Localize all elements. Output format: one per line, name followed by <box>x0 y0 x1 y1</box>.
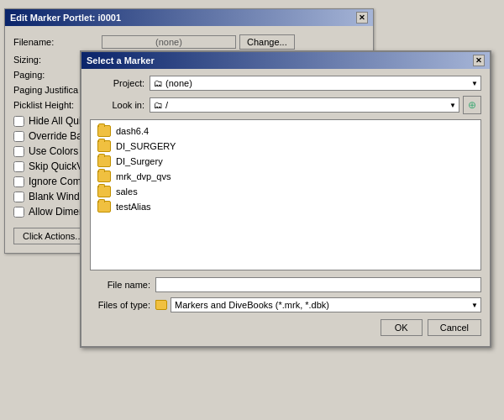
list-item[interactable]: dash6.4 <box>94 123 477 139</box>
filetype-select-wrapper: Markers and DiveBooks (*.mrk, *.dbk) <box>171 297 481 312</box>
look-in-label: Look in: <box>90 100 144 110</box>
allow-dimen-label: Allow Dimen <box>29 206 85 218</box>
bg-window-title: Edit Marker Portlet: i0001 <box>10 13 121 23</box>
folder-icon <box>97 140 111 152</box>
file-name-label: File name: <box>90 280 150 290</box>
file-name-input[interactable] <box>155 277 481 292</box>
select-marker-modal: Select a Marker ✕ Project: 🗂 (none) Look… <box>80 50 491 348</box>
allow-dimen-checkbox[interactable] <box>13 207 24 218</box>
modal-close-button[interactable]: ✕ <box>473 55 485 66</box>
folder-icon <box>97 186 111 197</box>
file-list: dash6.4 DI_SURGERY DI_Surgery mrk_dvp_qv… <box>90 119 481 270</box>
cancel-button[interactable]: Cancel <box>428 319 481 336</box>
modal-titlebar: Select a Marker ✕ <box>81 52 490 69</box>
skip-quickvi-label: Skip QuickVi <box>29 160 86 172</box>
list-item[interactable]: mrk_dvp_qvs <box>94 169 477 184</box>
filetype-select[interactable]: Markers and DiveBooks (*.mrk, *.dbk) <box>171 297 481 312</box>
bg-window-titlebar: Edit Marker Portlet: i0001 ✕ <box>5 9 373 26</box>
bg-window-close-button[interactable]: ✕ <box>356 12 368 24</box>
ok-button[interactable]: OK <box>381 319 423 336</box>
blank-windo-checkbox[interactable] <box>13 192 24 202</box>
folder-icon <box>97 201 111 213</box>
new-folder-button[interactable]: ⊕ <box>463 96 481 114</box>
filetype-folder-icon <box>155 300 167 310</box>
list-item[interactable]: testAlias <box>94 199 477 214</box>
modal-buttons: OK Cancel <box>90 319 481 339</box>
blank-windo-label: Blank Windo <box>29 191 85 202</box>
ignore-com-checkbox[interactable] <box>13 176 24 187</box>
list-item[interactable]: sales <box>94 184 477 199</box>
hide-all-checkbox[interactable] <box>13 116 24 127</box>
list-item[interactable]: DI_Surgery <box>94 154 477 169</box>
look-in-select[interactable]: 🗂 / <box>150 97 459 113</box>
hide-all-label: Hide All Qui <box>29 115 81 127</box>
files-of-type-label: Files of type: <box>90 300 150 310</box>
new-folder-icon: ⊕ <box>468 99 476 111</box>
list-item[interactable]: DI_SURGERY <box>94 139 477 154</box>
project-label: Project: <box>90 78 144 88</box>
override-ba-checkbox[interactable] <box>13 131 24 142</box>
filename-label: Filename: <box>13 37 102 47</box>
use-colors-checkbox[interactable] <box>13 146 24 157</box>
look-in-select-wrapper: 🗂 / <box>150 97 459 113</box>
folder-icon <box>97 155 111 167</box>
folder-icon <box>97 125 111 137</box>
filename-value: (none) <box>102 35 236 49</box>
ignore-com-label: Ignore Com <box>29 176 81 187</box>
override-ba-label: Override Ba <box>29 130 82 142</box>
folder-icon <box>97 171 111 182</box>
modal-title: Select a Marker <box>87 55 155 66</box>
change-button[interactable]: Change... <box>239 34 295 50</box>
project-select[interactable]: 🗂 (none) <box>150 76 481 91</box>
project-select-wrapper: 🗂 (none) <box>150 76 481 91</box>
skip-quickvi-checkbox[interactable] <box>13 161 24 172</box>
